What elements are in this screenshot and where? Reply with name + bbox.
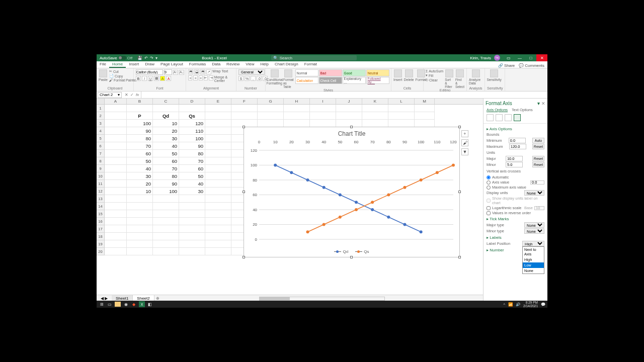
section-axis-options[interactable]: ▸ Axis Options [487,127,544,131]
font-name-input[interactable] [136,69,163,75]
underline-button[interactable]: U [148,76,153,81]
tray-chevron-icon[interactable]: ^ [504,302,506,307]
option-high[interactable]: High [523,257,544,262]
add-sheet-button[interactable]: ⊕ [154,296,162,301]
tab-view[interactable]: View [243,61,257,68]
number-format-select[interactable]: General [238,69,265,75]
row-header[interactable]: 11 [97,180,105,188]
sort-filter-button[interactable]: Sort & Filter [445,69,454,88]
align-middle-icon[interactable]: ⬓ [194,69,199,74]
check-show-units[interactable]: Show display units label on chart [487,196,544,205]
row-header[interactable]: 6 [97,142,105,150]
autosave-toggle[interactable]: AutoSave Off [100,56,132,60]
share-button[interactable]: 🔗Share [498,63,515,68]
row-header[interactable]: 17 [97,225,105,233]
resize-handle[interactable] [350,126,353,128]
option-next-to-axis[interactable]: Next to Axis [523,247,544,257]
bold-button[interactable]: B [136,76,141,81]
resize-handle[interactable] [350,256,353,258]
resize-handle[interactable] [458,126,461,128]
indent-inc-icon[interactable]: ⇥ [209,75,213,80]
column-header[interactable]: C [153,99,179,104]
check-log-scale[interactable]: Logarithmic scale Base [487,206,544,210]
fill-button[interactable]: ▾ Fill [426,73,443,77]
formula-bar[interactable] [141,92,547,99]
row-header[interactable]: 18 [97,233,105,240]
merge-button[interactable]: Merge & Center [214,75,234,82]
search-box[interactable]: 🔍 Search [271,55,357,60]
tab-data[interactable]: Data [209,61,223,68]
increase-font-icon[interactable]: A↑ [173,70,178,75]
chart-legend[interactable]: Qd Qs [244,248,459,254]
bounds-max-reset[interactable]: Reset [532,144,544,149]
style-good[interactable]: Good [343,69,366,76]
chrome-icon[interactable]: ◉ [123,301,129,307]
pane-tab-text-options[interactable]: Text Options [512,108,533,112]
cut-button[interactable]: ✂ Cut [109,69,137,73]
resize-handle[interactable] [243,126,245,128]
file-explorer-icon[interactable] [115,302,121,307]
row-header[interactable]: 5 [97,135,105,142]
clear-button[interactable]: ◇ Clear [426,78,443,82]
row-header[interactable]: 20 [97,248,105,255]
conditional-formatting-button[interactable]: Conditional Formatting [268,69,282,85]
column-header[interactable]: M [415,99,435,104]
row-header[interactable]: 19 [97,240,105,248]
bounds-min-auto[interactable]: Auto [532,138,544,143]
row-header[interactable]: 13 [97,195,105,203]
style-normal[interactable]: Normal [295,69,318,76]
style-bad[interactable]: Bad [319,69,342,76]
align-left-icon[interactable]: ≡ [188,75,192,80]
effects-icon[interactable] [496,114,503,121]
fx-icon[interactable]: fx [136,93,139,97]
row-header[interactable]: 8 [97,157,105,165]
units-minor-reset[interactable]: Reset [532,162,544,167]
radio-axis-value[interactable]: Axis value [487,180,544,185]
task-view-icon[interactable]: ▭ [107,301,113,307]
border-button[interactable]: ▦ [154,76,159,81]
check-reverse[interactable]: Values in reverse order [487,211,544,215]
sheet-nav-next-icon[interactable]: ▶ [105,296,108,301]
sensitivity-button[interactable]: Sensitivity [487,69,501,81]
column-header[interactable]: K [362,99,388,104]
close-button[interactable]: ✕ [536,54,547,61]
chart-plot-area[interactable]: 0204060801001200102030405060708090100110… [259,144,453,239]
size-properties-icon[interactable] [505,114,512,121]
avatar[interactable]: TK [494,55,500,61]
units-major-input[interactable] [506,156,523,161]
app-icon[interactable]: ◧ [147,301,153,307]
row-header[interactable]: 10 [97,172,105,180]
row-header[interactable]: 16 [97,218,105,225]
option-none[interactable]: None [523,268,544,274]
align-right-icon[interactable]: ≡ [199,75,203,80]
style-calculation[interactable]: Calculation [295,77,318,84]
user-name[interactable]: Kirin, Travis [470,56,491,60]
tab-review[interactable]: Review [223,61,243,68]
units-minor-input[interactable] [506,162,523,167]
system-clock[interactable]: 8:29 PM2/14/2021 [523,301,538,308]
chart-filters-button[interactable]: ▼ [461,148,468,155]
percent-icon[interactable]: % [245,76,250,81]
tab-page-layout[interactable]: Page Layout [157,61,186,68]
insert-cells-button[interactable]: Insert [393,69,403,81]
currency-icon[interactable]: $ [238,76,244,81]
minor-type-select[interactable]: None [524,228,544,234]
tab-help[interactable]: Help [258,61,272,68]
sheet-nav-prev-icon[interactable]: ◀ [101,296,104,301]
align-bottom-icon[interactable]: ⬒ [200,69,205,74]
copy-button[interactable]: 📄 Copy [109,74,137,78]
units-major-reset[interactable]: Reset [532,156,544,161]
column-header[interactable]: B [127,99,153,104]
minimize-button[interactable]: — [514,54,525,61]
chart-elements-button[interactable]: + [461,130,468,137]
style-neutral[interactable]: Neutral [366,69,389,76]
resize-handle[interactable] [458,256,461,258]
format-as-table-button[interactable]: Format as Table [283,69,294,88]
resize-handle[interactable] [243,256,245,258]
inc-decimal-icon[interactable]: .0 [257,76,262,81]
axis-value-input[interactable] [530,180,544,185]
label-position-dropdown[interactable]: Next to Axis High Low None [522,246,544,274]
style-check-cell[interactable]: Check Cell [319,77,342,84]
save-icon[interactable]: 💾 [137,56,142,60]
italic-button[interactable]: I [142,76,147,81]
